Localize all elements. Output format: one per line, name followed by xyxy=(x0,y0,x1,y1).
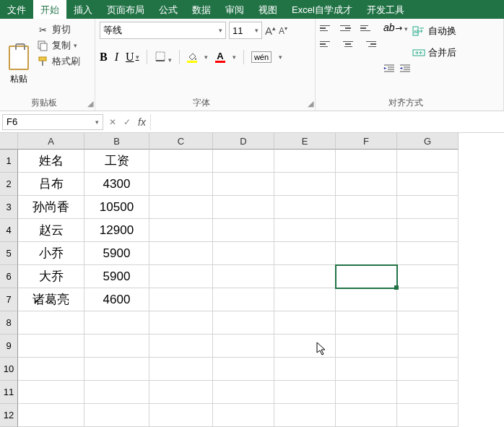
cell-D8[interactable] xyxy=(213,311,274,335)
row-header-7[interactable]: 7 xyxy=(0,288,18,311)
row-header-4[interactable]: 4 xyxy=(0,219,18,242)
align-right-button[interactable] xyxy=(360,38,376,51)
cell-C4[interactable] xyxy=(149,219,213,242)
cell-A5[interactable]: 小乔 xyxy=(18,242,84,265)
tab-view[interactable]: 视图 xyxy=(251,0,284,19)
align-bottom-button[interactable] xyxy=(360,22,376,35)
cell-E3[interactable] xyxy=(274,196,336,219)
cell-E5[interactable] xyxy=(274,242,336,265)
cell-B6[interactable]: 5900 xyxy=(84,265,149,288)
cell-C11[interactable] xyxy=(149,381,213,404)
tab-home[interactable]: 开始 xyxy=(33,0,66,19)
cell-C8[interactable] xyxy=(149,311,213,335)
fx-icon[interactable]: fx xyxy=(138,116,146,128)
copy-button[interactable]: 复制 ▾ xyxy=(36,39,80,52)
fill-color-button[interactable] xyxy=(187,52,197,63)
formula-bar[interactable] xyxy=(150,114,504,130)
align-middle-button[interactable] xyxy=(340,22,356,35)
align-top-button[interactable] xyxy=(320,22,336,35)
cell-G12[interactable] xyxy=(397,404,459,427)
cell-E2[interactable] xyxy=(274,173,336,196)
cell-C10[interactable] xyxy=(149,358,213,381)
tab-developer[interactable]: 开发工具 xyxy=(360,0,412,19)
font-name-select[interactable]: 等线▾ xyxy=(100,22,226,39)
row-header-6[interactable]: 6 xyxy=(0,265,18,288)
cell-D12[interactable] xyxy=(213,404,274,427)
cell-E6[interactable] xyxy=(274,265,336,288)
orientation-button[interactable]: ab↗ ▾ xyxy=(383,22,408,59)
cell-G8[interactable] xyxy=(397,311,459,335)
tab-formulas[interactable]: 公式 xyxy=(152,0,185,19)
cell-C9[interactable] xyxy=(149,335,213,358)
name-box[interactable]: F6▾ xyxy=(2,114,103,130)
col-header-F[interactable]: F xyxy=(336,133,397,150)
cell-G10[interactable] xyxy=(397,358,459,381)
cell-A7[interactable]: 诸葛亮 xyxy=(18,288,84,311)
cell-D9[interactable] xyxy=(213,335,274,358)
dialog-launcher-icon[interactable]: ◢ xyxy=(308,99,313,108)
cell-C1[interactable] xyxy=(149,150,213,173)
cell-B9[interactable] xyxy=(84,335,149,358)
cell-C7[interactable] xyxy=(149,288,213,311)
spreadsheet-grid[interactable]: ABCDEFG1姓名工资2吕布43003孙尚香105004赵云129005小乔5… xyxy=(0,133,504,427)
cell-F9[interactable] xyxy=(336,335,397,358)
cell-G5[interactable] xyxy=(397,242,459,265)
col-header-D[interactable]: D xyxy=(213,133,274,150)
row-header-9[interactable]: 9 xyxy=(0,335,18,358)
cell-G6[interactable] xyxy=(397,265,459,288)
row-header-8[interactable]: 8 xyxy=(0,311,18,335)
cell-G9[interactable] xyxy=(397,335,459,358)
format-painter-button[interactable]: 格式刷 xyxy=(36,55,80,68)
decrease-font-icon[interactable]: A▾ xyxy=(279,25,287,36)
cell-G4[interactable] xyxy=(397,219,459,242)
row-header-3[interactable]: 3 xyxy=(0,196,18,219)
paste-button[interactable]: 粘贴 xyxy=(4,22,33,85)
cell-A12[interactable] xyxy=(18,404,84,427)
cell-F2[interactable] xyxy=(336,173,397,196)
tab-page-layout[interactable]: 页面布局 xyxy=(100,0,152,19)
wrap-text-button[interactable]: ab 自动换 xyxy=(412,25,456,38)
row-header-2[interactable]: 2 xyxy=(0,173,18,196)
row-header-10[interactable]: 10 xyxy=(0,358,18,381)
cell-D6[interactable] xyxy=(213,265,274,288)
underline-button[interactable]: U ▾ xyxy=(126,51,139,64)
dialog-launcher-icon[interactable]: ◢ xyxy=(87,99,93,108)
cell-D10[interactable] xyxy=(213,358,274,381)
align-left-button[interactable] xyxy=(320,38,336,51)
font-color-button[interactable]: A xyxy=(215,51,225,63)
cell-E12[interactable] xyxy=(274,404,336,427)
cell-F4[interactable] xyxy=(336,219,397,242)
phonetic-button[interactable]: wén xyxy=(251,51,271,63)
cell-A1[interactable]: 姓名 xyxy=(18,150,84,173)
increase-indent-button[interactable] xyxy=(399,64,411,76)
row-header-5[interactable]: 5 xyxy=(0,242,18,265)
cell-B8[interactable] xyxy=(84,311,149,335)
row-header-1[interactable]: 1 xyxy=(0,150,18,173)
cell-C2[interactable] xyxy=(149,173,213,196)
cell-D2[interactable] xyxy=(213,173,274,196)
merge-button[interactable]: 合并后 xyxy=(412,46,456,59)
cell-A3[interactable]: 孙尚香 xyxy=(18,196,84,219)
cell-F1[interactable] xyxy=(336,150,397,173)
cell-B11[interactable] xyxy=(84,381,149,404)
align-center-button[interactable] xyxy=(340,38,356,51)
cell-F12[interactable] xyxy=(336,404,397,427)
tab-data[interactable]: 数据 xyxy=(185,0,218,19)
cell-A11[interactable] xyxy=(18,381,84,404)
cell-E9[interactable] xyxy=(274,335,336,358)
enter-icon[interactable]: ✓ xyxy=(123,117,131,127)
tab-custom[interactable]: Excel自学成才 xyxy=(284,0,360,19)
cell-C5[interactable] xyxy=(149,242,213,265)
cell-D4[interactable] xyxy=(213,219,274,242)
cell-C6[interactable] xyxy=(149,265,213,288)
cell-G3[interactable] xyxy=(397,196,459,219)
increase-font-icon[interactable]: A▴ xyxy=(265,25,276,37)
select-all-corner[interactable] xyxy=(0,133,18,150)
col-header-B[interactable]: B xyxy=(84,133,149,150)
cell-D5[interactable] xyxy=(213,242,274,265)
cell-F5[interactable] xyxy=(336,242,397,265)
cell-A10[interactable] xyxy=(18,358,84,381)
decrease-indent-button[interactable] xyxy=(383,64,395,76)
cell-C12[interactable] xyxy=(149,404,213,427)
cancel-icon[interactable]: ✕ xyxy=(109,117,116,127)
